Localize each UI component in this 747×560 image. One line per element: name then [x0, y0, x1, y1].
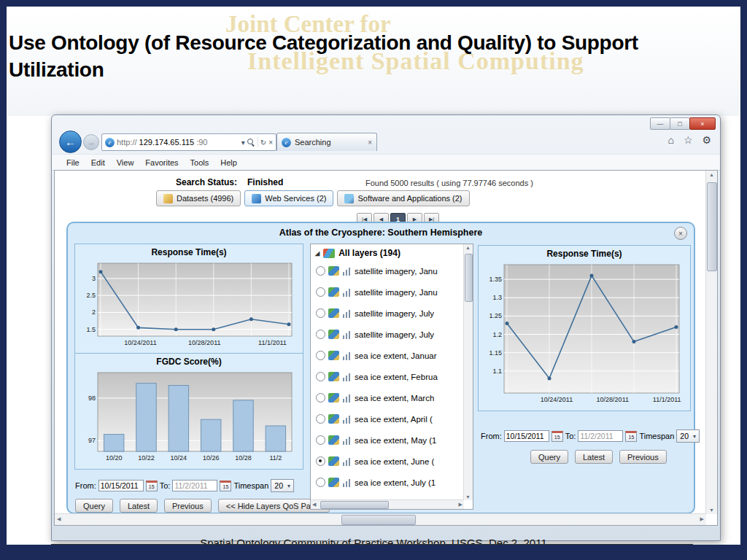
- layers-header[interactable]: ◢ All layers (194): [311, 244, 464, 260]
- previous-button[interactable]: Previous: [619, 450, 667, 464]
- close-window-button[interactable]: ×: [689, 117, 716, 130]
- menu-help[interactable]: Help: [214, 158, 243, 167]
- tree-expanded-icon[interactable]: ◢: [315, 250, 320, 257]
- page-horizontal-scrollbar[interactable]: ◀ ▶: [55, 513, 706, 525]
- stop-icon[interactable]: ×: [268, 139, 273, 147]
- layer-radio[interactable]: [316, 456, 325, 466]
- latest-button[interactable]: Latest: [120, 499, 158, 513]
- layer-item[interactable]: sea ice extent, July (1: [311, 472, 464, 493]
- latest-button[interactable]: Latest: [575, 450, 613, 464]
- layer-radio[interactable]: [316, 478, 325, 487]
- svg-text:11/1/2011: 11/1/2011: [653, 396, 681, 403]
- back-button[interactable]: ←: [59, 131, 82, 153]
- scroll-right-icon[interactable]: ▶: [459, 502, 462, 508]
- scroll-right-icon[interactable]: ▶: [700, 516, 704, 522]
- ie-site-icon: e: [105, 138, 115, 147]
- layer-item[interactable]: sea ice extent, May (1: [311, 429, 464, 451]
- calendar-icon[interactable]: 15: [551, 431, 563, 442]
- layer-radio[interactable]: [316, 308, 325, 318]
- scroll-down-icon[interactable]: ▼: [709, 508, 714, 513]
- scroll-down-icon[interactable]: ▼: [465, 494, 471, 499]
- url-host: 129.174.65.115: [139, 138, 195, 147]
- calendar-icon[interactable]: 15: [625, 431, 637, 442]
- from-date-input[interactable]: 10/15/2011: [98, 480, 144, 491]
- menu-file[interactable]: File: [61, 158, 85, 167]
- url-port: :90: [196, 138, 207, 147]
- layer-item[interactable]: sea ice extent, March: [311, 387, 464, 408]
- svg-text:10/28/2011: 10/28/2011: [188, 339, 220, 346]
- layer-map-icon: [328, 266, 339, 276]
- maximize-button[interactable]: □: [670, 117, 690, 130]
- results-tab[interactable]: Software and Applications (2): [337, 190, 469, 206]
- layer-radio[interactable]: [316, 351, 325, 360]
- panel-close-button[interactable]: ×: [674, 227, 687, 240]
- calendar-icon[interactable]: 15: [146, 481, 158, 491]
- forward-button[interactable]: →: [83, 134, 99, 150]
- results-tab[interactable]: Web Services (2): [244, 190, 333, 206]
- timespan-select[interactable]: 20▾: [271, 479, 294, 492]
- layer-radio[interactable]: [316, 330, 325, 339]
- previous-button[interactable]: Previous: [164, 499, 212, 513]
- layer-item[interactable]: satellite imagery, Janu: [311, 260, 464, 281]
- address-dropdown-icon[interactable]: ▾: [241, 139, 245, 147]
- query-button[interactable]: Query: [530, 450, 568, 464]
- scroll-left-icon[interactable]: ◀: [312, 502, 316, 508]
- results-tab[interactable]: Datasets (4996): [156, 190, 241, 206]
- layers-vertical-scrollbar[interactable]: ▲ ▼: [463, 244, 473, 500]
- layer-stats-icon: [342, 457, 352, 466]
- layer-radio[interactable]: [316, 266, 325, 276]
- address-separator: [258, 137, 258, 147]
- layer-map-icon: [328, 414, 339, 424]
- layer-radio[interactable]: [316, 414, 325, 424]
- menu-edit[interactable]: Edit: [85, 158, 111, 167]
- results-tab-label: Datasets (4996): [177, 194, 233, 203]
- result-category-tabs: Datasets (4996)Web Services (2)Software …: [156, 190, 470, 206]
- layer-radio[interactable]: [316, 287, 325, 297]
- layer-stats-icon: [342, 436, 352, 445]
- minimize-button[interactable]: —: [650, 117, 670, 130]
- page-hscrollbar-thumb[interactable]: [341, 515, 416, 525]
- menu-favorites[interactable]: Favorites: [139, 158, 184, 167]
- layer-item[interactable]: sea ice extent, Februa: [311, 366, 464, 387]
- layer-radio[interactable]: [316, 372, 325, 381]
- layers-list-container: ◢ All layers (194) satellite imagery, Ja…: [311, 244, 464, 500]
- browser-tab[interactable]: e Searching ×: [276, 133, 377, 151]
- layer-item[interactable]: sea ice extent, June (: [311, 451, 464, 472]
- layer-radio[interactable]: [316, 393, 325, 402]
- favorites-star-icon[interactable]: ☆: [684, 134, 693, 146]
- address-bar[interactable]: e http://129.174.65.115:90 ▾ ↻ ×: [101, 133, 276, 151]
- page-vertical-scrollbar[interactable]: ▲ ▼: [705, 171, 717, 514]
- software-icon: [344, 194, 354, 203]
- layer-item[interactable]: satellite imagery, July: [311, 303, 464, 324]
- calendar-icon[interactable]: 15: [220, 481, 231, 491]
- layer-item[interactable]: sea ice extent, Januar: [311, 345, 464, 366]
- layers-horizontal-scrollbar[interactable]: ◀ ▶: [311, 499, 464, 509]
- scroll-left-icon[interactable]: ◀: [57, 516, 61, 522]
- layer-item[interactable]: satellite imagery, July: [311, 324, 464, 345]
- timespan-select[interactable]: 20▾: [676, 429, 700, 443]
- page-scrollbar-thumb[interactable]: [707, 182, 717, 271]
- layer-item[interactable]: sea ice extent, April (: [311, 408, 464, 429]
- to-date-input[interactable]: 11/2/2011: [578, 430, 623, 442]
- scroll-up-icon[interactable]: ▲: [465, 245, 471, 250]
- menu-tools[interactable]: Tools: [185, 158, 215, 167]
- from-date-input[interactable]: 10/15/2011: [504, 430, 549, 442]
- refresh-icon[interactable]: ↻: [260, 139, 266, 147]
- svg-text:11/2: 11/2: [269, 454, 282, 462]
- home-icon[interactable]: ⌂: [667, 134, 673, 146]
- menu-view[interactable]: View: [111, 158, 140, 167]
- settings-gear-icon[interactable]: ⚙: [702, 134, 711, 146]
- svg-text:10/24: 10/24: [171, 454, 187, 462]
- query-button[interactable]: Query: [75, 499, 113, 513]
- svg-text:10/20: 10/20: [106, 454, 123, 462]
- search-icon[interactable]: [247, 139, 255, 147]
- layer-radio[interactable]: [316, 435, 325, 445]
- timespan-label: Timespan: [233, 481, 268, 490]
- tab-close-icon[interactable]: ×: [368, 139, 372, 147]
- timespan-value: 20: [274, 481, 283, 490]
- to-date-input[interactable]: 11/2/2011: [172, 480, 217, 491]
- layers-scrollbar-thumb[interactable]: [465, 254, 473, 302]
- layer-item[interactable]: satellite imagery, Janu: [311, 281, 464, 303]
- scroll-up-icon[interactable]: ▲: [709, 172, 714, 177]
- layers-hscrollbar-thumb[interactable]: [320, 501, 389, 509]
